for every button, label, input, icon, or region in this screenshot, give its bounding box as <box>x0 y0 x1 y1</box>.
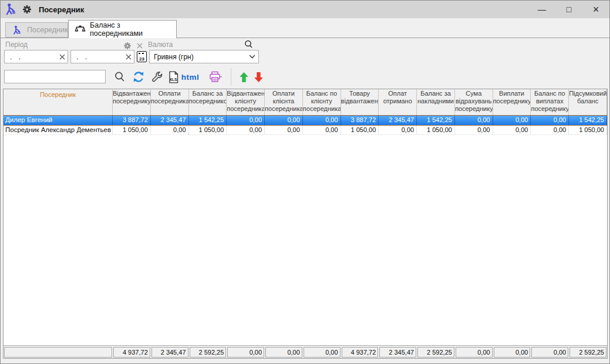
column-header-5[interactable]: Оплати клієнта посередника <box>265 89 303 115</box>
column-header-label: Баланс за накладними <box>417 90 454 105</box>
refresh-button[interactable] <box>132 70 146 84</box>
column-header-label: Баланс по клієнту посередника <box>303 90 341 112</box>
column-header-label: Підсумковий баланс <box>569 90 606 105</box>
currency-select[interactable]: Гривня (грн) <box>149 50 259 63</box>
window-title: Посередник <box>39 5 84 14</box>
totals-cell-13: 2 592,25 <box>569 347 607 358</box>
person-cart-icon <box>12 25 23 35</box>
column-header-label: Баланс по виплатах посереднику <box>531 90 569 112</box>
totals-box: 0,00 <box>265 347 302 358</box>
window-controls: — □ × <box>528 1 609 18</box>
date-from-field[interactable]: . . <box>4 50 68 63</box>
date-to-field[interactable]: . . <box>70 50 134 63</box>
row-value-cell-6: 0,00 <box>303 126 341 134</box>
person-cart-icon <box>5 3 18 16</box>
calendar-icon[interactable]: 23 <box>137 51 147 62</box>
column-header-12[interactable]: Баланс по виплатах посереднику <box>531 89 569 115</box>
column-header-label: Оплати посередника <box>151 90 189 105</box>
filter-gear-icon[interactable] <box>123 42 132 50</box>
column-header-2[interactable]: Оплати посередника <box>151 89 189 115</box>
row-value-cell-5: 0,00 <box>265 126 303 134</box>
row-value-cell-5: 0,00 <box>265 116 303 125</box>
row-name-cell: Посредник Александр Дементьев <box>4 126 113 134</box>
export-html-button[interactable]: html <box>181 70 199 84</box>
close-button[interactable]: × <box>582 1 609 18</box>
column-header-3[interactable]: Баланс за посередником <box>189 89 227 115</box>
column-header-4[interactable]: Відвантажено клієнту посередника <box>227 89 265 115</box>
row-value-cell-13: 1 542,25 <box>569 116 607 125</box>
tab-strip: Посередник Баланс з посередниками <box>1 18 609 38</box>
currency-label: Валюта <box>148 41 173 49</box>
table-row[interactable]: Дилер Евгений3 887,722 345,471 542,250,0… <box>4 115 607 126</box>
search-button[interactable] <box>113 70 127 84</box>
column-header-label: Оплат отримано <box>383 90 412 105</box>
row-value-cell-2: 0,00 <box>151 126 189 134</box>
settings-wrench-button[interactable] <box>150 70 164 84</box>
minimize-button[interactable]: — <box>528 1 555 18</box>
totals-box: 0,00 <box>531 347 568 358</box>
svg-text:XLS: XLS <box>169 77 177 82</box>
row-value-cell-11: 0,00 <box>493 116 531 125</box>
totals-box: 2 345,47 <box>151 347 188 358</box>
row-name-cell: Дилер Евгений <box>4 116 113 125</box>
row-value-cell-1: 3 887,72 <box>113 116 151 125</box>
row-value-cell-3: 1 050,00 <box>189 126 227 134</box>
currency-search-icon[interactable] <box>244 39 254 49</box>
move-up-button[interactable] <box>237 70 251 84</box>
toolbar-separator <box>231 68 231 86</box>
column-header-13[interactable]: Підсумковий баланс <box>569 89 607 115</box>
totals-cell-1: 4 937,72 <box>113 347 151 358</box>
currency-value: Гривня (грн) <box>150 53 245 61</box>
column-header-11[interactable]: Виплати посереднику <box>493 89 531 115</box>
column-header-label: Товару відвантажено <box>341 90 379 105</box>
filter-clear-icon[interactable] <box>136 42 143 49</box>
calendar-day: 23 <box>137 56 146 62</box>
row-value-cell-8: 2 345,47 <box>379 116 417 125</box>
date-to-clear-icon[interactable] <box>123 50 134 63</box>
column-header-7[interactable]: Товару відвантажено <box>341 89 379 115</box>
totals-name-cell <box>4 347 113 358</box>
column-header-6[interactable]: Баланс по клієнту посередника <box>303 89 341 115</box>
column-header-8[interactable]: Оплат отримано <box>379 89 417 115</box>
tab-balans-z-poserednykamy[interactable]: Баланс з посередниками <box>68 20 177 38</box>
column-header-0[interactable]: Посередник <box>4 89 113 115</box>
intermediaries-table: ПосередникВідвантажено посередникуОплати… <box>3 89 608 359</box>
chevron-down-icon <box>245 55 258 59</box>
column-header-label: Баланс за посередником <box>189 90 227 105</box>
tab-poserednyk[interactable]: Посередник <box>5 22 68 38</box>
maximize-button[interactable]: □ <box>555 1 582 18</box>
totals-cell-8: 2 345,47 <box>379 347 417 358</box>
totals-cell-7: 4 937,72 <box>341 347 379 358</box>
grid-empty-area <box>4 135 607 345</box>
quick-search-input[interactable] <box>4 70 106 83</box>
totals-cell-9: 2 592,25 <box>417 347 455 358</box>
column-header-label: Посередник <box>40 91 76 98</box>
date-from-value: . . <box>5 53 57 61</box>
print-button[interactable] <box>205 70 225 84</box>
totals-cell-6: 0,00 <box>303 347 341 358</box>
column-header-label: Сума відрахувань посереднику <box>455 90 493 112</box>
column-header-1[interactable]: Відвантажено посереднику <box>113 89 151 115</box>
row-value-cell-11: 0,00 <box>493 126 531 134</box>
grid-body: Дилер Евгений3 887,722 345,471 542,250,0… <box>4 115 607 135</box>
export-xls-button[interactable]: XLS <box>166 70 180 84</box>
totals-cell-5: 0,00 <box>265 347 303 358</box>
date-to-value: . . <box>71 53 123 61</box>
grid-totals-row: 4 937,722 345,472 592,250,000,000,004 93… <box>4 345 607 358</box>
column-header-9[interactable]: Баланс за накладними <box>417 89 455 115</box>
row-value-cell-6: 0,00 <box>303 116 341 125</box>
tab-label: Посередник <box>27 26 68 34</box>
table-row[interactable]: Посредник Александр Дементьев1 050,000,0… <box>4 126 607 135</box>
totals-box: 2 345,47 <box>379 347 416 358</box>
date-from-clear-icon[interactable] <box>57 50 68 63</box>
column-header-label: Відвантажено посереднику <box>113 90 151 105</box>
totals-box: 0,00 <box>304 347 341 358</box>
row-value-cell-4: 0,00 <box>227 116 265 125</box>
row-value-cell-9: 1 050,00 <box>417 126 455 134</box>
row-value-cell-4: 0,00 <box>227 126 265 134</box>
column-header-10[interactable]: Сума відрахувань посереднику <box>455 89 493 115</box>
period-label: Період <box>5 41 28 49</box>
filter-bar: Період Валюта . . . . <box>1 38 609 66</box>
move-down-button[interactable] <box>251 70 265 84</box>
app-window: Посередник — □ × Посередник Баланс <box>0 0 610 364</box>
